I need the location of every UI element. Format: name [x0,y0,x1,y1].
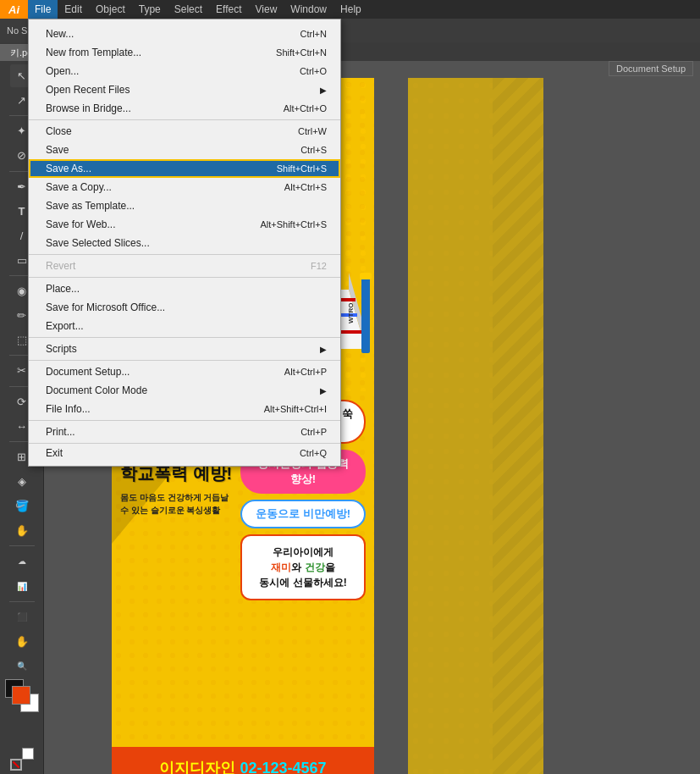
menu-item-save-template[interactable]: Save as Template... [29,196,340,215]
tools-separator-8 [9,601,35,602]
active-color-box[interactable] [12,686,30,705]
menu-section-new: New... Ctrl+N New from Template... Shift… [29,23,340,120]
app-logo: Ai [0,0,28,19]
menu-item-save-as[interactable]: Save As... Shift+Ctrl+S [29,159,340,178]
tools-separator-7 [9,545,35,546]
menu-section-revert: Revert F12 [29,255,340,278]
right-canvas-diagonal [493,78,543,774]
bottom-red-bar: 이지디자인 02-123-4567 [112,747,374,774]
swap-colors-area [10,748,34,771]
gradient-tool-btn[interactable]: ◈ [10,470,34,493]
menu-item-doc-setup[interactable]: Document Setup... Alt+Ctrl+P [29,362,340,381]
zoom-tool-btn[interactable]: 🔍 [10,655,34,677]
menu-item-save[interactable]: Save Ctrl+S [29,141,340,159]
menu-item-open[interactable]: Open... Ctrl+O [29,62,340,80]
menu-type[interactable]: Type [132,0,168,19]
menu-effect[interactable]: Effect [209,0,248,19]
menu-items: File Edit Object Type Select Effect View… [28,0,368,19]
menu-section-print: Print... Ctrl+P [29,421,340,444]
menu-item-save-web[interactable]: Save for Web... Alt+Shift+Ctrl+S [29,215,340,234]
benefit-item-3: 운동으로 비만예방! [240,500,366,528]
artboard-tool-btn[interactable]: ⬛ [10,605,34,628]
menu-item-revert: Revert F12 [29,257,340,275]
menu-item-place[interactable]: Place... [29,279,340,298]
phone-number: 02-123-4567 [240,760,326,774]
menu-item-print[interactable]: Print... Ctrl+P [29,423,340,441]
hand-tool-btn[interactable]: ✋ [10,630,34,653]
menu-item-exit[interactable]: Exit Ctrl+Q [29,444,340,462]
post-right [361,277,370,353]
menu-section-save: Close Ctrl+W Save Ctrl+S Save As... Shif… [29,120,340,255]
right-canvas-preview [408,78,543,774]
document-setup-button[interactable]: Document Setup [609,61,693,76]
sub-text: 몸도 마음도 건강하게 거듭날수 있는 슬기로운 복싱생활 [120,491,243,517]
menu-item-save-ms-office[interactable]: Save for Microsoft Office... [29,298,340,317]
menu-section-place: Place... Save for Microsoft Office... Ex… [29,278,340,338]
menu-item-file-info[interactable]: File Info... Alt+Shift+Ctrl+I [29,400,340,418]
bar-graph-tool-btn[interactable]: 📊 [10,574,34,597]
menu-file[interactable]: File [28,0,58,19]
post-cap-right [360,273,372,279]
menu-select[interactable]: Select [168,0,209,19]
blend-tool-btn[interactable]: ✋ [10,519,34,542]
symbol-tool-btn[interactable]: ☁ [10,550,34,572]
ring-label: WTRO [347,303,355,323]
menu-item-open-recent[interactable]: Open Recent Files ▶ [29,80,340,99]
company-phone: 이지디자인 02-123-4567 [159,758,326,774]
none-color-box[interactable] [22,748,34,760]
menu-view[interactable]: View [249,0,284,19]
no-color-box[interactable] [10,759,22,771]
eyedropper-tool-btn[interactable]: 🪣 [10,495,34,517]
menu-object[interactable]: Object [89,0,132,19]
menu-edit[interactable]: Edit [58,0,89,19]
menu-item-scripts[interactable]: Scripts ▶ [29,340,340,358]
menu-item-browse-bridge[interactable]: Browse in Bridge... Alt+Ctrl+O [29,99,340,118]
company-name: 이지디자인 [159,760,235,774]
benefit-item-4: 우리아이에게재미와 건강을동시에 선물하세요! [240,534,366,600]
menu-item-close[interactable]: Close Ctrl+W [29,122,340,141]
menu-bar: Ai File Edit Object Type Select Effect V… [0,0,700,19]
menu-help[interactable]: Help [333,0,368,19]
menu-item-new[interactable]: New... Ctrl+N [29,25,340,43]
menu-item-export[interactable]: Export... [29,317,340,335]
menu-item-save-copy[interactable]: Save a Copy... Alt+Ctrl+S [29,178,340,196]
menu-item-new-from-template[interactable]: New from Template... Shift+Ctrl+N [29,43,340,62]
menu-section-document: Document Setup... Alt+Ctrl+P Document Co… [29,361,340,421]
file-menu-dropdown: New... Ctrl+N New from Template... Shift… [28,19,341,467]
menu-item-save-slices[interactable]: Save Selected Slices... [29,234,340,252]
menu-section-exit: Exit Ctrl+Q [29,444,340,462]
menu-item-doc-color-mode[interactable]: Document Color Mode ▶ [29,381,340,400]
menu-window[interactable]: Window [284,0,333,19]
menu-section-scripts: Scripts ▶ [29,338,340,361]
